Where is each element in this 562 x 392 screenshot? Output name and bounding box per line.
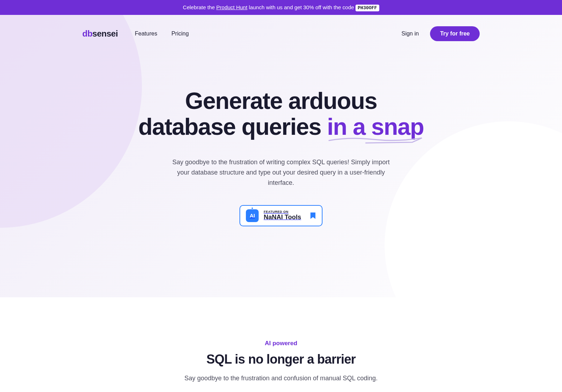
main-navigation: dbsensei Features Pricing Sign in Try fo… [82,15,480,53]
promo-banner: Celebrate the Product Hunt launch with u… [0,0,562,15]
hero-title: Generate arduous database queries in a s… [82,88,480,139]
hero-content: Generate arduous database queries in a s… [82,53,480,226]
promo-code: PH30OFF [356,5,379,11]
featured-badge[interactable]: AI FEATURED ON NaNAI Tools [239,205,323,226]
section2-label: AI powered [7,340,555,347]
ai-icon: AI [246,209,259,222]
nav-link-pricing[interactable]: Pricing [171,31,189,37]
underline-decoration-icon [327,135,424,146]
try-free-button[interactable]: Try for free [430,26,480,41]
logo-suffix: sensei [92,29,118,38]
product-hunt-link[interactable]: Product Hunt [216,4,248,10]
hero-title-line1: Generate arduous [185,88,377,114]
featured-label: FEATURED ON [264,210,301,214]
hero-title-line2-prefix: database queries [138,114,321,140]
bookmark-icon [310,212,316,220]
featured-text: FEATURED ON NaNAI Tools [264,210,301,221]
nav-links: Features Pricing [135,31,189,37]
banner-suffix: launch with us and get 30% off with the … [247,4,356,10]
logo-prefix: db [82,29,92,38]
hero-title-highlight: in a snap [327,114,424,140]
nav-right: Sign in Try for free [401,26,480,41]
banner-prefix: Celebrate the [183,4,216,10]
sign-in-link[interactable]: Sign in [401,31,419,37]
section2-title: SQL is no longer a barrier [7,352,555,367]
nav-left: dbsensei Features Pricing [82,29,189,39]
hero-subtitle: Say goodbye to the frustration of writin… [167,157,395,188]
nav-link-features[interactable]: Features [135,31,157,37]
featured-name: NaNAI Tools [264,214,301,221]
hero-section: dbsensei Features Pricing Sign in Try fo… [0,15,562,297]
section2-subtitle: Say goodbye to the frustration and confu… [7,375,555,382]
logo[interactable]: dbsensei [82,29,118,39]
section-ai-powered: AI powered SQL is no longer a barrier Sa… [0,297,562,392]
ai-icon-text: AI [250,212,255,219]
